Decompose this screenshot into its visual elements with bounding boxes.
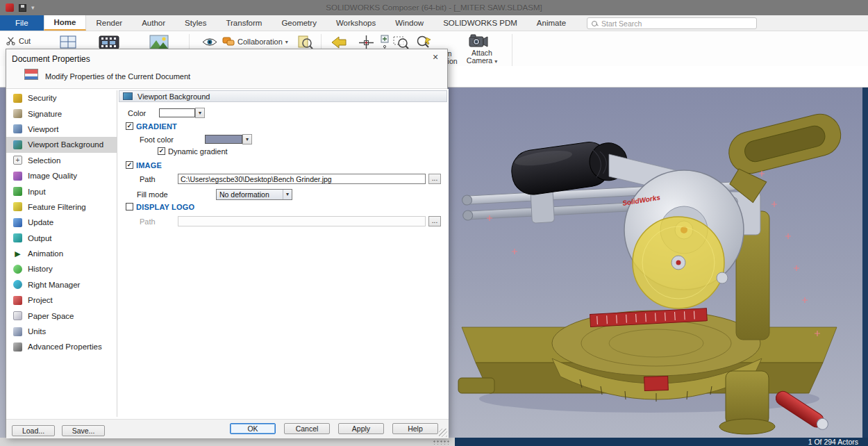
panel-header: Viewport Background [119,90,447,102]
visibility-button[interactable] [201,37,218,47]
history-icon [13,265,22,274]
tab-home[interactable]: Home [44,15,87,31]
app-window: ▾ SOLIDWORKS Composer (64-bit) - [_MITER… [0,0,868,446]
resize-grip-icon[interactable] [433,440,451,445]
gradient-checkbox[interactable]: ✓ [126,122,133,130]
miter-saw-model: SolidWorks [448,88,862,438]
tab-animate[interactable]: Animate [527,15,576,31]
tab-window[interactable]: Window [385,15,433,31]
key-icon [13,94,22,103]
image-path-input[interactable] [178,174,426,184]
fill-mode-label: Fill mode [137,190,168,199]
image-checkbox[interactable]: ✓ [126,161,133,169]
sidebar-item-selection[interactable]: +Selection [6,153,117,168]
sidebar-item-right-manager[interactable]: Right Manager [6,277,117,292]
dialog-resize-grip[interactable] [439,429,447,437]
sidebar-item-output[interactable]: Output [6,231,117,246]
animation-icon: ▶ [13,249,22,258]
previous-view-button[interactable] [331,35,347,49]
sidebar-item-project[interactable]: Project [6,292,117,308]
display-logo-group-label: DISPLAY LOGO [136,203,194,211]
logo-path-browse-button[interactable]: ... [428,216,441,226]
color-dropdown-button[interactable]: ▾ [195,108,205,118]
sidebar-item-advanced-properties[interactable]: Advanced Properties [6,339,117,354]
tab-author[interactable]: Author [132,15,175,31]
ribbon-tab-bar: File Home Render Author Styles Transform… [0,15,868,31]
cut-button[interactable]: Cut [6,35,31,46]
cancel-button[interactable]: Cancel [284,423,330,434]
tab-file[interactable]: File [0,15,44,31]
color-swatch[interactable] [159,108,195,117]
tab-styles[interactable]: Styles [175,15,216,31]
input-icon [13,187,22,196]
scissors-icon [6,35,16,46]
sidebar-item-security[interactable]: Security [6,90,117,106]
attach-camera-dropdown-icon: ▾ [494,58,497,65]
tab-geometry[interactable]: Geometry [272,15,326,31]
sidebar-item-animation[interactable]: ▶Animation [6,246,117,261]
image-quality-icon [13,172,22,181]
camera-icon [468,33,489,49]
sidebar-item-signature[interactable]: Signature [6,106,117,121]
tab-solidworks-pdm[interactable]: SOLIDWORKS PDM [433,15,527,31]
document-properties-dialog: Document Properties × Modify Properties … [6,49,448,438]
right-manager-icon [13,280,22,289]
load-button[interactable]: Load... [12,425,55,436]
logo-path-label: Path [140,217,156,226]
sidebar-item-history[interactable]: History [6,261,117,276]
document-properties-icon [24,69,38,80]
plus-box-icon [381,35,389,43]
tab-workshops[interactable]: Workshops [326,15,385,31]
image-path-browse-button[interactable]: ... [428,174,441,184]
dynamic-gradient-label: Dynamic gradient [168,147,228,156]
align-button[interactable] [381,35,389,43]
dialog-subtitle: Modify Properties of the Current Documen… [45,72,190,81]
status-bar-right: 1 Of 294 Actors [455,438,868,446]
eye-icon [201,37,218,47]
units-icon [13,327,22,336]
display-logo-checkbox[interactable] [126,203,133,210]
status-bar: 1 Of 294 Actors [0,438,868,446]
foot-color-label: Foot color [140,135,174,144]
search-input[interactable] [601,19,752,28]
right-panel-edge[interactable] [862,88,868,438]
dialog-body: Security Signature Viewport Viewport Bac… [6,89,449,419]
foot-color-swatch[interactable] [205,135,242,144]
sidebar-item-input[interactable]: Input [6,183,117,199]
sidebar-item-viewport[interactable]: Viewport [6,122,117,137]
back-arrow-icon [331,35,347,49]
update-icon [13,218,22,227]
tab-render[interactable]: Render [86,15,132,31]
attach-camera-label: Attach Camera ▾ [460,49,503,65]
image-button[interactable] [149,34,169,50]
close-icon[interactable]: × [429,51,442,64]
sidebar-item-units[interactable]: Units [6,324,117,339]
tab-transform[interactable]: Transform [216,15,272,31]
save-button[interactable]: Save... [62,425,105,436]
ok-button[interactable]: OK [230,423,276,434]
sidebar-item-image-quality[interactable]: Image Quality [6,168,117,183]
status-bar-left [0,438,455,446]
fill-mode-select[interactable]: No deformation ▾ [216,189,292,200]
foot-color-dropdown-button[interactable]: ▾ [242,134,252,144]
sidebar-item-update[interactable]: Update [6,215,117,230]
collaboration-button[interactable]: Collaboration ▾ [222,36,288,47]
sidebar-item-paper-space[interactable]: Paper Space [6,308,117,323]
advanced-properties-icon [13,342,22,352]
signature-icon [13,109,22,118]
attach-camera-button[interactable] [468,33,489,49]
sidebar-item-viewport-background[interactable]: Viewport Background [6,137,117,152]
logo-path-input [178,216,426,226]
title-bar: ▾ SOLIDWORKS Composer (64-bit) - [_MITER… [0,0,868,15]
apply-button[interactable]: Apply [338,423,384,434]
window-title: SOLIDWORKS Composer (64-bit) - [_MITER S… [0,3,868,12]
sidebar-item-feature-filtering[interactable]: Feature Filtering [6,199,117,215]
help-button[interactable]: Help [392,423,438,434]
fill-mode-dropdown-icon: ▾ [283,190,292,199]
project-icon [13,296,22,305]
viewport-icon [13,124,22,133]
feature-filtering-icon [13,202,22,211]
color-label: Color [128,109,146,117]
dialog-footer: Load... Save... OK Cancel Apply Help [6,419,449,438]
dynamic-gradient-checkbox[interactable]: ✓ [158,147,165,155]
